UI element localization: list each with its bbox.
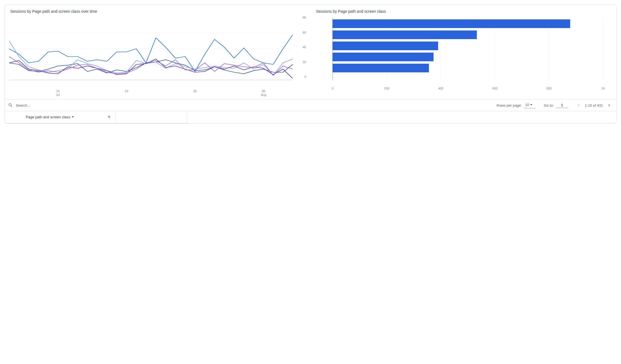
- goto-label: Go to:: [544, 103, 554, 107]
- page-range-label: 1-10 of 431: [585, 103, 603, 107]
- svg-rect-14: [333, 53, 433, 61]
- line-chart-svg: ↓SessionsViewsUsersViews per userAverage…: [9, 17, 293, 80]
- svg-rect-12: [333, 30, 477, 39]
- analytics-report-card: Sessions by Page path and screen class o…: [4, 4, 617, 124]
- line-chart-y-ticks: 806040200: [295, 17, 306, 80]
- rows-per-page-value: 10: [525, 103, 529, 107]
- line-chart-gridlines: ↓SessionsViewsUsersViews per userAverage…: [9, 17, 293, 80]
- line-chart-pane: Sessions by Page path and screen class o…: [9, 9, 306, 89]
- page-next-button[interactable]: [605, 101, 613, 109]
- charts-row: Sessions by Page path and screen class o…: [5, 5, 616, 99]
- chevron-left-icon: [576, 103, 581, 108]
- table-toolbar: Rows per page: 10 Go to: 1-10 of 431: [5, 99, 616, 111]
- goto-input[interactable]: [556, 103, 568, 108]
- rows-per-page-label: Rows per page:: [497, 103, 522, 107]
- add-dimension-button[interactable]: +: [107, 114, 111, 120]
- svg-rect-13: [333, 42, 438, 50]
- line-chart-title: Sessions by Page path and screen class o…: [10, 9, 306, 14]
- rows-per-page-select[interactable]: 10: [524, 102, 535, 108]
- search-icon: [8, 103, 13, 108]
- page-prev-button[interactable]: [575, 101, 582, 109]
- search-input[interactable]: [15, 103, 93, 108]
- dimension-header[interactable]: Page path and screen class +: [5, 111, 116, 123]
- svg-rect-11: [333, 19, 570, 28]
- caret-down-icon: [72, 116, 74, 118]
- data-table: Page path and screen class +: [5, 111, 616, 123]
- bar-chart[interactable]: 02004006008001K: [315, 17, 612, 89]
- search-box[interactable]: [8, 103, 250, 108]
- bar-chart-pane: Sessions by Page path and screen class 0…: [306, 9, 612, 89]
- bar-chart-bars: [333, 19, 570, 72]
- dimension-label: Page path and screen class: [26, 115, 70, 119]
- line-chart[interactable]: ↓SessionsViewsUsersViews per userAverage…: [9, 17, 306, 89]
- line-chart-series: [9, 35, 293, 78]
- svg-rect-15: [333, 64, 429, 72]
- caret-down-icon: [530, 104, 532, 106]
- totals-dimension-cell: [116, 111, 187, 123]
- chevron-right-icon: [607, 103, 612, 108]
- bar-chart-title: Sessions by Page path and screen class: [316, 9, 612, 14]
- bar-chart-svg: [315, 17, 609, 80]
